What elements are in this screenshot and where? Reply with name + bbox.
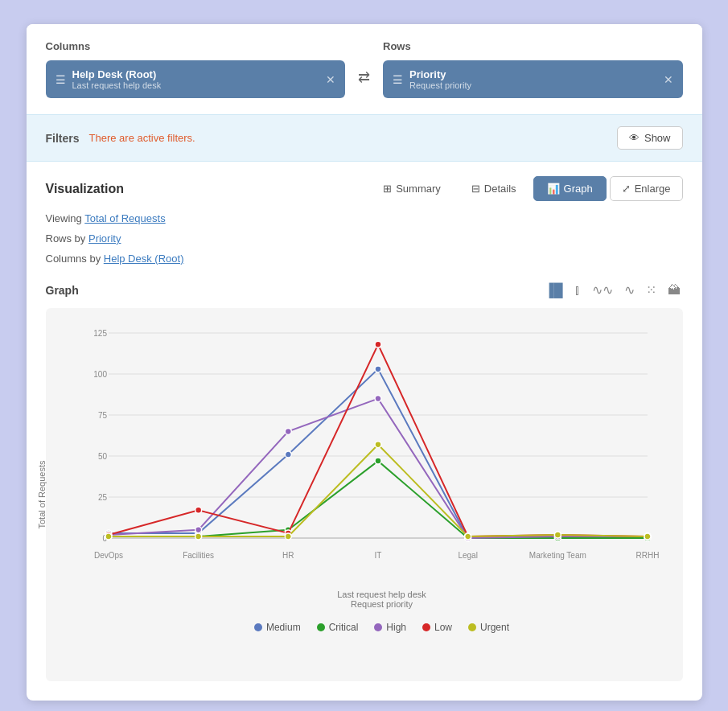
rows-by-info: Rows by Priority <box>46 231 683 248</box>
col-row-grid: Columns ☰ Help Desk (Root) Last request … <box>46 40 683 98</box>
svg-point-34 <box>195 527 201 533</box>
legend-item-urgent: Urgent <box>468 622 509 633</box>
svg-point-36 <box>375 396 381 402</box>
svg-point-47 <box>105 533 112 540</box>
summary-label: Summary <box>396 183 441 195</box>
legend-item-critical: Critical <box>317 622 359 633</box>
legend-dot <box>374 623 382 631</box>
grouped-bar-icon[interactable]: ⫿ <box>572 281 583 300</box>
show-button-label: Show <box>644 132 671 144</box>
legend-item-medium: Medium <box>254 622 301 633</box>
svg-text:25: 25 <box>97 493 107 502</box>
details-label: Details <box>484 183 516 195</box>
svg-point-21 <box>285 451 291 458</box>
graph-label: Graph <box>564 183 593 195</box>
viz-header: Visualization ⊞ Summary ⊟ Details 📊 Grap… <box>46 176 683 201</box>
legend-label: Urgent <box>480 622 509 633</box>
svg-point-35 <box>285 429 291 435</box>
swap-button[interactable]: ⇄ <box>355 68 373 86</box>
svg-point-48 <box>195 533 201 540</box>
filters-left: Filters There are active filters. <box>46 132 195 145</box>
x-axis-line1: Last request help desk <box>91 590 673 599</box>
legend-dot <box>254 623 262 631</box>
svg-point-51 <box>464 533 471 540</box>
graph-type-icons: ▐█ ⫿ ∿∿ ∿ ⁙ 🏔 <box>542 280 683 300</box>
columns-pill-title: Help Desk (Root) <box>72 68 162 80</box>
svg-point-41 <box>195 508 201 514</box>
rows-drag-icon: ☰ <box>393 73 403 86</box>
area-chart-icon[interactable]: ∿∿ <box>590 280 615 300</box>
total-requests-link[interactable]: Total of Requests <box>84 212 165 224</box>
svg-text:Marketing Team: Marketing Team <box>529 551 586 560</box>
viewing-label: Viewing <box>46 212 82 224</box>
columns-pill-subtitle: Last request help desk <box>72 80 162 90</box>
viz-title: Visualization <box>46 182 125 196</box>
svg-point-50 <box>375 442 381 448</box>
columns-label: Columns <box>46 40 346 52</box>
svg-text:RRHH: RRHH <box>635 551 659 560</box>
svg-point-53 <box>644 533 651 540</box>
columns-pill-left: ☰ Help Desk (Root) Last request help des… <box>56 68 162 90</box>
rows-pill-title: Priority <box>409 68 471 80</box>
enlarge-button[interactable]: ⤢ Enlarge <box>610 176 683 201</box>
legend-dot <box>422 623 430 631</box>
rows-label: Rows <box>383 40 683 52</box>
show-filters-button[interactable]: 👁 Show <box>617 126 683 150</box>
graph-icon: 📊 <box>547 183 560 195</box>
legend-dot <box>468 623 476 631</box>
svg-text:75: 75 <box>97 411 107 420</box>
y-axis-label: Total of Requests <box>36 461 46 529</box>
tab-graph[interactable]: 📊 Graph <box>533 176 607 201</box>
svg-point-29 <box>375 458 381 465</box>
main-card: Columns ☰ Help Desk (Root) Last request … <box>27 24 702 701</box>
legend-label: Medium <box>266 622 301 633</box>
svg-text:Facilities: Facilities <box>183 551 214 560</box>
legend: MediumCriticalHighLowUrgent <box>91 622 673 633</box>
tab-summary[interactable]: ⊞ Summary <box>369 176 454 201</box>
columns-close-button[interactable]: ✕ <box>326 73 335 86</box>
svg-text:125: 125 <box>93 329 107 338</box>
legend-label: Critical <box>329 622 359 633</box>
enlarge-icon: ⤢ <box>622 183 631 195</box>
columns-drag-icon: ☰ <box>56 73 66 86</box>
legend-label: Low <box>434 622 452 633</box>
svg-point-22 <box>375 366 381 372</box>
filters-label: Filters <box>46 132 80 145</box>
columns-by-label: Columns by <box>46 253 101 265</box>
graph-title: Graph <box>46 284 79 297</box>
col-row-section: Columns ☰ Help Desk (Root) Last request … <box>27 24 702 114</box>
rows-pill: ☰ Priority Request priority ✕ <box>383 60 683 98</box>
legend-label: High <box>386 622 406 633</box>
svg-text:100: 100 <box>93 370 107 379</box>
line-chart-icon[interactable]: ∿ <box>622 280 637 300</box>
rows-pill-left: ☰ Priority Request priority <box>393 68 471 90</box>
columns-by-info: Columns by Help Desk (Root) <box>46 251 683 268</box>
viz-section: Visualization ⊞ Summary ⊟ Details 📊 Grap… <box>27 162 702 267</box>
tab-details[interactable]: ⊟ Details <box>458 176 530 201</box>
legend-item-low: Low <box>422 622 452 633</box>
helpdesk-root-link[interactable]: Help Desk (Root) <box>104 253 184 265</box>
chart-container: Total of Requests 0255075100125DevOpsFac… <box>46 308 683 681</box>
rows-pill-subtitle: Request priority <box>409 80 471 90</box>
chart-svg: 0255075100125DevOpsFacilitiesHRITLegalMa… <box>91 321 673 562</box>
bar-chart-icon[interactable]: ▐█ <box>542 281 566 300</box>
graph-header: Graph ▐█ ⫿ ∿∿ ∿ ⁙ 🏔 <box>46 280 683 300</box>
enlarge-label: Enlarge <box>635 183 671 195</box>
summary-icon: ⊞ <box>383 183 392 195</box>
x-axis-label: Last request help desk Request priority <box>91 590 673 609</box>
priority-link[interactable]: Priority <box>88 232 121 245</box>
svg-text:Legal: Legal <box>458 551 477 560</box>
legend-item-high: High <box>374 622 406 633</box>
scatter-icon[interactable]: ⁙ <box>644 280 659 300</box>
stacked-icon[interactable]: 🏔 <box>665 281 683 300</box>
rows-by-label: Rows by <box>46 232 86 245</box>
rows-close-button[interactable]: ✕ <box>664 73 673 86</box>
graph-section: Graph ▐█ ⫿ ∿∿ ∿ ⁙ 🏔 Total of Requests 02… <box>27 270 702 701</box>
columns-pill: ☰ Help Desk (Root) Last request help des… <box>46 60 346 98</box>
eye-icon: 👁 <box>629 132 640 144</box>
svg-point-43 <box>375 342 381 348</box>
svg-text:IT: IT <box>374 551 381 560</box>
filters-section: Filters There are active filters. 👁 Show <box>27 114 702 162</box>
svg-text:50: 50 <box>97 452 107 461</box>
svg-point-49 <box>285 533 291 540</box>
